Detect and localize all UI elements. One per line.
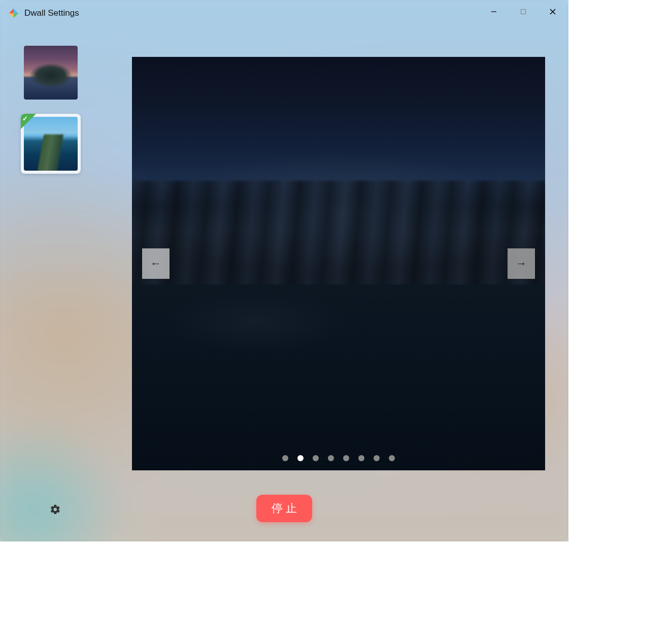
wallpaper-thumbnail-1[interactable] <box>24 46 78 100</box>
pagination-dot-4[interactable] <box>328 455 334 461</box>
pagination-dot-2[interactable] <box>297 455 304 461</box>
arrow-left-icon: ← <box>150 257 161 270</box>
pagination-dot-3[interactable] <box>313 455 319 461</box>
svg-marker-0 <box>14 9 18 13</box>
pagination-dot-8[interactable] <box>389 455 395 461</box>
previous-button[interactable]: ← <box>142 248 170 279</box>
pagination-dot-5[interactable] <box>343 455 349 461</box>
svg-marker-1 <box>14 13 18 18</box>
app-window: Dwall Settings <box>1 1 567 540</box>
stop-button-label: 停止 <box>272 501 300 516</box>
minimize-icon <box>490 8 497 15</box>
wallpaper-thumbnail-2[interactable]: ✓ <box>21 114 81 174</box>
svg-marker-3 <box>9 9 14 13</box>
checkmark-icon: ✓ <box>22 115 28 122</box>
thumbnail-image <box>24 46 78 100</box>
wallpaper-sidebar: ✓ <box>24 46 90 188</box>
svg-marker-2 <box>9 13 14 18</box>
stop-button[interactable]: 停止 <box>256 495 312 522</box>
svg-rect-5 <box>521 10 526 14</box>
gear-icon <box>50 504 61 515</box>
close-button[interactable] <box>538 1 567 22</box>
next-button[interactable]: → <box>508 248 535 279</box>
window-controls <box>479 1 567 22</box>
minimize-button[interactable] <box>479 1 509 22</box>
maximize-icon <box>520 8 527 15</box>
arrow-right-icon: → <box>516 257 527 270</box>
pagination-dot-1[interactable] <box>282 455 288 461</box>
settings-button[interactable] <box>50 504 62 516</box>
content-area: ✓ ← → 停止 <box>1 25 567 540</box>
pagination-dot-7[interactable] <box>374 455 380 461</box>
maximize-button[interactable] <box>509 1 538 22</box>
titlebar[interactable]: Dwall Settings <box>1 1 567 25</box>
wallpaper-preview: ← → <box>132 57 545 470</box>
close-icon <box>549 8 557 16</box>
app-icon <box>8 8 19 19</box>
window-title: Dwall Settings <box>24 8 79 18</box>
pagination-dots <box>132 455 545 461</box>
pagination-dot-6[interactable] <box>358 455 364 461</box>
